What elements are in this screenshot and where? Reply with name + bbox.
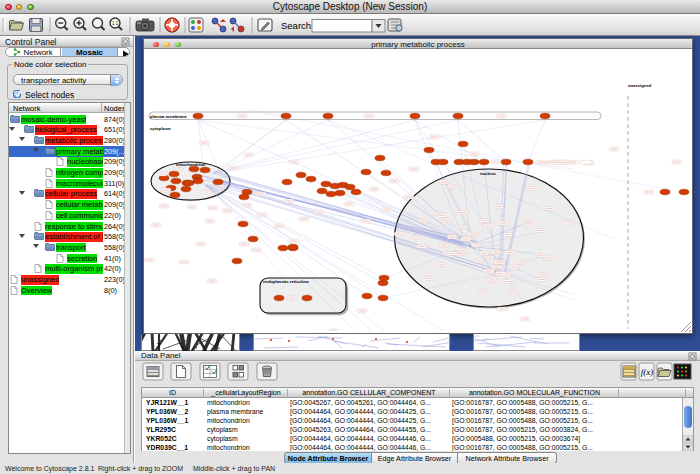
svg-text:Search:: Search: bbox=[281, 20, 314, 31]
svg-text:endoplasmic reticulum: endoplasmic reticulum bbox=[263, 279, 309, 284]
svg-text:cytoplasm: cytoplasm bbox=[150, 126, 171, 131]
svg-text:f(x): f(x) bbox=[641, 367, 654, 377]
svg-text:unassigned: unassigned bbox=[628, 83, 652, 88]
svg-text:mitochondrion: mitochondrion bbox=[176, 162, 206, 167]
svg-text:nucleus: nucleus bbox=[480, 171, 496, 176]
svg-text:plasma membrane: plasma membrane bbox=[150, 114, 187, 119]
svg-text:1:1: 1:1 bbox=[112, 21, 119, 26]
